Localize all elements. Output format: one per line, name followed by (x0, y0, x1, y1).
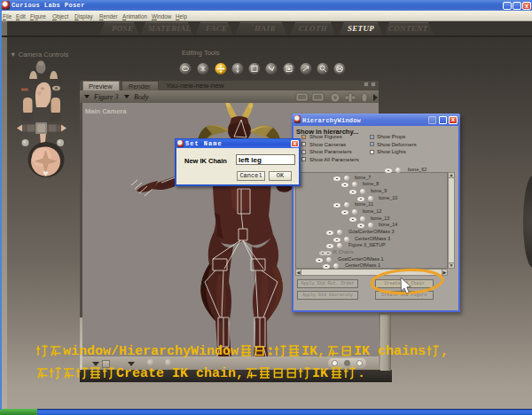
svg-text:IK: IK (312, 366, 328, 381)
svg-text:Create IK chain,: Create IK chain, (116, 366, 244, 381)
svg-text:.: . (357, 366, 365, 381)
svg-text:IK chains: IK chains (354, 344, 426, 359)
svg-text:window/HierarchyWindow: window/HierarchyWindow (63, 344, 239, 359)
svg-text:,: , (441, 344, 449, 359)
svg-text:IK,: IK, (301, 344, 325, 359)
